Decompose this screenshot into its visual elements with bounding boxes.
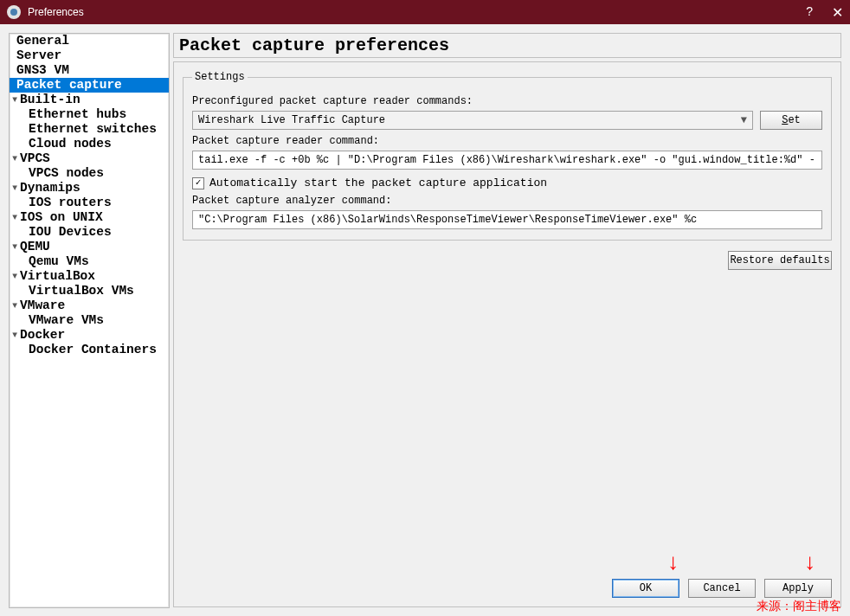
tree-item-general[interactable]: General bbox=[10, 34, 169, 48]
window-title: Preferences bbox=[28, 6, 806, 18]
tree-item-gns3-vm[interactable]: GNS3 VM bbox=[10, 63, 169, 78]
tree-item-vpcs[interactable]: ▾VPCS bbox=[10, 151, 169, 166]
tree-item-vmware[interactable]: ▾VMware bbox=[10, 298, 169, 313]
tree-item-ios-routers[interactable]: IOS routers bbox=[10, 196, 169, 210]
app-icon bbox=[7, 5, 21, 19]
tree-item-iou-devices[interactable]: IOU Devices bbox=[10, 225, 169, 240]
auto-start-label: Automatically start the packet capture a… bbox=[209, 176, 547, 189]
tree-item-label: Built-in bbox=[20, 93, 80, 106]
tree-item-virtualbox[interactable]: ▾VirtualBox bbox=[10, 269, 169, 284]
page-title: Packet capture preferences bbox=[173, 33, 841, 58]
tree-item-dynamips[interactable]: ▾Dynamips bbox=[10, 181, 169, 196]
tree-item-label: VMware bbox=[20, 298, 65, 312]
chevron-down-icon[interactable]: ▾ bbox=[10, 328, 20, 343]
titlebar: Preferences ? ✕ bbox=[0, 0, 850, 24]
cancel-button[interactable]: Cancel bbox=[688, 579, 756, 598]
settings-group-label: Settings bbox=[192, 71, 248, 83]
preferences-tree: GeneralServerGNS3 VMPacket capture▾Built… bbox=[9, 33, 170, 608]
tree-item-label: VPCS bbox=[20, 151, 50, 165]
reader-cmd-label: Packet capture reader command: bbox=[192, 135, 822, 147]
tree-item-docker-containers[interactable]: Docker Containers bbox=[10, 343, 169, 357]
help-icon[interactable]: ? bbox=[806, 4, 813, 21]
tree-item-server[interactable]: Server bbox=[10, 48, 169, 63]
tree-item-qemu[interactable]: ▾QEMU bbox=[10, 240, 169, 254]
apply-button[interactable]: Apply bbox=[764, 579, 832, 598]
tree-item-virtualbox-vms[interactable]: VirtualBox VMs bbox=[10, 284, 169, 298]
restore-defaults-button[interactable]: Restore defaults bbox=[728, 251, 832, 270]
analyzer-cmd-input[interactable] bbox=[192, 210, 822, 229]
tree-item-ios-on-unix[interactable]: ▾IOS on UNIX bbox=[10, 210, 169, 225]
tree-item-packet-capture[interactable]: Packet capture bbox=[10, 78, 169, 93]
set-button[interactable]: Set bbox=[760, 111, 822, 130]
dialog-footer: OK Cancel Apply bbox=[183, 572, 832, 598]
tree-item-label: VirtualBox bbox=[20, 269, 95, 283]
settings-group: Settings Preconfigured packet capture re… bbox=[183, 71, 832, 241]
chevron-down-icon[interactable]: ▾ bbox=[10, 269, 20, 284]
tree-item-qemu-vms[interactable]: Qemu VMs bbox=[10, 254, 169, 269]
preconf-reader-value: Wireshark Live Traffic Capture bbox=[198, 114, 741, 126]
tree-item-ethernet-hubs[interactable]: Ethernet hubs bbox=[10, 107, 169, 122]
close-icon[interactable]: ✕ bbox=[832, 4, 843, 21]
chevron-down-icon[interactable]: ▾ bbox=[10, 93, 20, 107]
preconf-label: Preconfigured packet capture reader comm… bbox=[192, 95, 822, 107]
chevron-down-icon[interactable]: ▾ bbox=[10, 240, 20, 254]
tree-item-docker[interactable]: ▾Docker bbox=[10, 328, 169, 343]
chevron-down-icon[interactable]: ▾ bbox=[10, 181, 20, 196]
tree-item-built-in[interactable]: ▾Built-in bbox=[10, 93, 169, 107]
chevron-down-icon[interactable]: ▾ bbox=[10, 298, 20, 313]
chevron-down-icon: ▼ bbox=[741, 114, 747, 126]
chevron-down-icon[interactable]: ▾ bbox=[10, 210, 20, 225]
tree-item-cloud-nodes[interactable]: Cloud nodes bbox=[10, 137, 169, 151]
analyzer-cmd-label: Packet capture analyzer command: bbox=[192, 195, 822, 207]
content-frame: Settings Preconfigured packet capture re… bbox=[173, 61, 841, 607]
tree-item-vmware-vms[interactable]: VMware VMs bbox=[10, 313, 169, 328]
tree-item-label: IOS on UNIX bbox=[20, 210, 103, 224]
chevron-down-icon[interactable]: ▾ bbox=[10, 151, 20, 166]
ok-button[interactable]: OK bbox=[612, 579, 679, 598]
tree-item-vpcs-nodes[interactable]: VPCS nodes bbox=[10, 166, 169, 181]
auto-start-checkbox[interactable]: ✓ bbox=[192, 177, 204, 189]
tree-item-label: Dynamips bbox=[20, 181, 80, 195]
tree-item-label: Docker bbox=[20, 328, 65, 342]
reader-cmd-input[interactable] bbox=[192, 151, 822, 170]
tree-item-label: QEMU bbox=[20, 240, 50, 253]
tree-item-ethernet-switches[interactable]: Ethernet switches bbox=[10, 122, 169, 137]
preconf-reader-combo[interactable]: Wireshark Live Traffic Capture ▼ bbox=[192, 111, 753, 130]
